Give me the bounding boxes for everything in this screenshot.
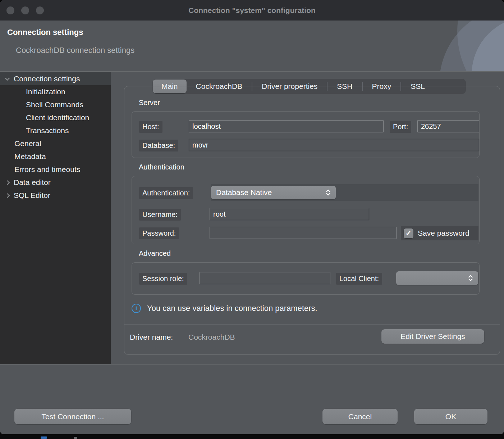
sidebar-item-label: Errors and timeouts [14, 165, 80, 174]
minimize-window-button[interactable] [21, 6, 29, 14]
username-label: Username: [139, 209, 181, 221]
sidebar-item-metadata[interactable]: Metadata [0, 150, 111, 163]
sidebar-item-client-identification[interactable]: Client identification [0, 111, 111, 124]
authentication-group: Authentication: Database Native Username… [132, 176, 480, 244]
username-input[interactable] [210, 208, 369, 220]
variables-hint-text: You can use variables in connection para… [147, 304, 317, 313]
local-client-select[interactable] [396, 271, 478, 285]
sidebar-item-label: Data editor [14, 178, 51, 187]
database-label: Database: [139, 140, 178, 151]
page-title: Connection settings [7, 28, 83, 37]
sidebar-item-data-editor[interactable]: Data editor [0, 176, 111, 189]
title-bar: Connection "system" configuration [0, 0, 504, 21]
traffic-lights [6, 6, 44, 14]
ok-button[interactable]: OK [414, 409, 487, 424]
password-label: Password: [139, 227, 179, 239]
main-tab-panel: Server Host: Port: Database: Authenticat… [124, 86, 500, 355]
sidebar-item-initialization[interactable]: Initialization [0, 85, 111, 98]
info-icon: i [132, 304, 141, 313]
desktop-artifact [74, 437, 77, 439]
host-input[interactable] [189, 120, 384, 132]
test-connection-button[interactable]: Test Connection ... [14, 409, 131, 424]
save-password-option: ✓ Save password [401, 226, 478, 240]
sidebar-item-label: Transactions [26, 126, 69, 135]
variables-hint: i You can use variables in connection pa… [132, 304, 317, 313]
local-client-label: Local Client: [336, 273, 382, 285]
tree-chevron-icon [5, 193, 10, 198]
advanced-group: Session role: Local Client: [132, 262, 480, 295]
sidebar-item-shell-commands[interactable]: Shell Commands [0, 98, 111, 111]
banner-swoosh-graphic [393, 21, 504, 72]
sidebar-item-general[interactable]: General [0, 137, 111, 150]
sidebar-item-label: Metadata [14, 152, 46, 161]
server-group: Host: Port: Database: [132, 111, 480, 158]
port-label: Port: [390, 121, 411, 133]
checkmark-icon: ✓ [406, 230, 412, 237]
authentication-select[interactable]: Database Native [211, 186, 336, 199]
sidebar-item-label: SQL Editor [14, 191, 50, 200]
authentication-select-value: Database Native [216, 188, 322, 197]
sidebar-item-label: Initialization [26, 87, 65, 96]
cancel-button[interactable]: Cancel [322, 409, 398, 424]
driver-section-divider [124, 324, 500, 325]
close-window-button[interactable] [6, 6, 14, 14]
updown-chevron-icon [468, 275, 473, 281]
server-group-title: Server [139, 99, 160, 107]
sidebar-item-label: Client identification [26, 113, 89, 122]
session-role-input[interactable] [200, 272, 330, 284]
updown-chevron-icon [326, 189, 331, 196]
tree-chevron-icon [5, 76, 10, 81]
session-role-label: Session role: [139, 273, 187, 285]
port-input[interactable] [417, 120, 479, 132]
sidebar-item-label: Connection settings [14, 74, 80, 83]
authentication-label: Authentication: [139, 187, 193, 199]
sidebar-item-errors-and-timeouts[interactable]: Errors and timeouts [0, 163, 111, 176]
driver-name-value: CockroachDB [188, 333, 235, 341]
advanced-group-title: Advanced [139, 249, 171, 258]
header-banner: Connection settings CockroachDB connecti… [0, 21, 504, 72]
main-area: Connection settings Initialization Shell… [0, 72, 504, 364]
connection-config-dialog: Connection "system" configuration Connec… [0, 0, 504, 434]
tab-content-area: Main CockroachDB Driver properties SSH P… [111, 72, 504, 364]
save-password-checkbox[interactable]: ✓ [404, 228, 413, 238]
zoom-window-button[interactable] [36, 6, 44, 14]
password-input[interactable] [210, 227, 397, 239]
sidebar-item-connection-settings[interactable]: Connection settings [0, 72, 111, 85]
database-input[interactable] [189, 139, 479, 151]
sidebar-item-sql-editor[interactable]: SQL Editor [0, 189, 111, 202]
sidebar-item-transactions[interactable]: Transactions [0, 124, 111, 137]
page-subtitle: CockroachDB connection settings [16, 46, 134, 55]
desktop-artifact [41, 436, 47, 439]
driver-name-label: Driver name: [130, 333, 173, 341]
sidebar-item-label: General [14, 139, 41, 148]
tree-chevron-icon [5, 180, 10, 185]
dialog-footer: Test Connection ... Cancel OK [0, 364, 504, 434]
edit-driver-settings-button[interactable]: Edit Driver Settings [381, 329, 484, 344]
sidebar-item-label: Shell Commands [26, 100, 83, 109]
host-label: Host: [139, 121, 162, 133]
settings-tree: Connection settings Initialization Shell… [0, 72, 111, 364]
window-title: Connection "system" configuration [188, 6, 316, 15]
save-password-label: Save password [418, 229, 469, 237]
authentication-group-title: Authentication [139, 163, 184, 171]
